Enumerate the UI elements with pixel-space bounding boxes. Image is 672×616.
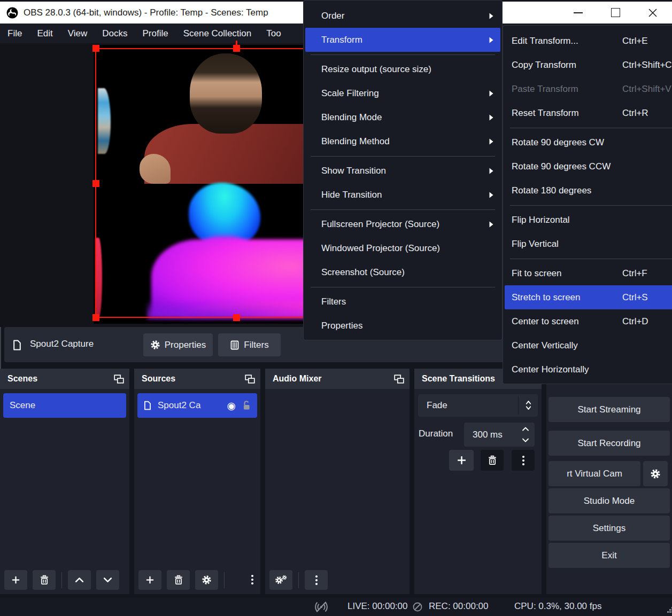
remove-scene-button[interactable] bbox=[33, 570, 56, 590]
menu-item-scale-filtering[interactable]: Scale Filtering bbox=[305, 81, 500, 105]
duration-spinner[interactable]: 300 ms bbox=[464, 423, 535, 447]
menu-separator bbox=[505, 125, 672, 130]
mixer-settings-button[interactable] bbox=[269, 570, 292, 590]
menu-file[interactable]: File bbox=[7, 28, 22, 39]
submenu-item-center-vertically[interactable]: Center Vertically bbox=[505, 333, 672, 357]
menu-item-hide-transition[interactable]: Hide Transition bbox=[305, 183, 500, 207]
menu-profile[interactable]: Profile bbox=[142, 28, 168, 39]
add-transition-button[interactable] bbox=[449, 450, 474, 471]
start-recording-button[interactable]: Start Recording bbox=[549, 431, 670, 456]
popout-icon[interactable] bbox=[114, 375, 124, 384]
menu-view[interactable]: View bbox=[68, 28, 88, 39]
submenu-item-center-to-screen[interactable]: Center to screen Ctrl+D bbox=[505, 309, 672, 333]
scene-down-button[interactable] bbox=[96, 570, 119, 590]
menu-tools[interactable]: Too bbox=[266, 28, 281, 39]
mixer-more-button[interactable] bbox=[305, 570, 328, 590]
menu-item-filters[interactable]: Filters bbox=[305, 290, 500, 314]
studio-mode-button[interactable]: Studio Mode bbox=[549, 488, 670, 513]
menu-item-show-transition[interactable]: Show Transition bbox=[305, 159, 500, 183]
transition-more-button[interactable] bbox=[512, 450, 535, 471]
unlock-icon[interactable] bbox=[242, 400, 251, 411]
submenu-item-rotate-90-cw[interactable]: Rotate 90 degrees CW bbox=[505, 130, 672, 154]
add-source-button[interactable] bbox=[138, 570, 161, 590]
add-scene-button[interactable] bbox=[4, 570, 27, 590]
filters-button[interactable]: Filters bbox=[218, 333, 281, 356]
submenu-item-label: Center Horizontally bbox=[512, 364, 589, 375]
menu-item-blending-mode[interactable]: Blending Mode bbox=[305, 105, 500, 129]
scene-up-button[interactable] bbox=[68, 570, 91, 590]
menu-edit[interactable]: Edit bbox=[37, 28, 52, 39]
submenu-item-stretch-to-screen[interactable]: Stretch to screen Ctrl+S bbox=[505, 285, 672, 309]
start-virtual-cam-button[interactable]: rt Virtual Cam bbox=[549, 461, 640, 486]
filters-button-label: Filters bbox=[244, 340, 268, 350]
selection-rotate-handle[interactable] bbox=[236, 41, 237, 45]
maximize-button[interactable] bbox=[600, 2, 631, 24]
settings-button[interactable]: Settings bbox=[549, 516, 670, 541]
popout-icon[interactable] bbox=[245, 375, 255, 384]
source-properties-button[interactable] bbox=[195, 570, 218, 590]
selection-handle[interactable] bbox=[92, 314, 99, 321]
scene-list-item[interactable]: Scene bbox=[3, 393, 126, 418]
exit-button[interactable]: Exit bbox=[549, 543, 670, 568]
shortcut-label: Ctrl+R bbox=[622, 108, 648, 119]
submenu-item-label: Stretch to screen bbox=[512, 292, 581, 303]
menu-item-resize-output[interactable]: Resize output (source size) bbox=[305, 57, 500, 81]
menu-item-order[interactable]: Order bbox=[305, 4, 500, 28]
menu-item-label: Fullscreen Projector (Source) bbox=[321, 219, 439, 230]
scenes-title: Scenes bbox=[7, 374, 114, 384]
spinner-up-icon[interactable] bbox=[522, 426, 529, 432]
remove-source-button[interactable] bbox=[167, 570, 190, 590]
close-button[interactable] bbox=[637, 2, 668, 24]
menu-separator bbox=[305, 52, 500, 57]
submenu-item-reset-transform[interactable]: Reset Transform Ctrl+R bbox=[505, 101, 672, 125]
minimize-button[interactable] bbox=[562, 2, 593, 24]
start-streaming-button[interactable]: Start Streaming bbox=[549, 397, 670, 422]
arrow-right-icon bbox=[489, 192, 493, 198]
remove-transition-button[interactable] bbox=[481, 450, 504, 471]
chevron-down-icon bbox=[103, 576, 112, 583]
menu-docks[interactable]: Docks bbox=[102, 28, 127, 39]
duration-value: 300 ms bbox=[473, 430, 503, 440]
transition-select[interactable]: Fade bbox=[418, 394, 538, 417]
selection-handle[interactable] bbox=[92, 45, 99, 52]
menu-item-properties[interactable]: Properties bbox=[305, 314, 500, 338]
menu-item-blending-method[interactable]: Blending Method bbox=[305, 129, 500, 153]
document-icon bbox=[13, 340, 21, 350]
submenu-item-copy-transform[interactable]: Copy Transform Ctrl+Shift+C bbox=[505, 53, 672, 77]
menu-item-fullscreen-projector[interactable]: Fullscreen Projector (Source) bbox=[305, 212, 500, 236]
properties-button[interactable]: Properties bbox=[143, 333, 213, 356]
scene-name: Scene bbox=[10, 400, 35, 411]
submenu-item-center-horizontally[interactable]: Center Horizontally bbox=[505, 357, 672, 381]
menu-scene-collection[interactable]: Scene Collection bbox=[183, 28, 252, 39]
status-bar: LIVE: 00:00:00 REC: 00:00:00 CPU: 0.3%, … bbox=[0, 597, 672, 616]
trash-icon bbox=[488, 455, 497, 465]
submenu-item-flip-horizontal[interactable]: Flip Horizontal bbox=[505, 208, 672, 232]
select-divider bbox=[518, 396, 519, 415]
submenu-item-fit-to-screen[interactable]: Fit to screen Ctrl+F bbox=[505, 261, 672, 285]
submenu-item-label: Rotate 90 degrees CW bbox=[512, 137, 604, 148]
selection-handle[interactable] bbox=[233, 45, 240, 52]
scene-transitions-panel: Scene Transitions Fade Duration 300 ms bbox=[414, 369, 542, 594]
eye-icon[interactable]: ◉ bbox=[227, 401, 236, 411]
plus-icon bbox=[11, 575, 20, 584]
gears-icon bbox=[275, 575, 288, 586]
properties-button-label: Properties bbox=[165, 340, 206, 350]
close-icon bbox=[648, 8, 658, 18]
submenu-item-rotate-180[interactable]: Rotate 180 degrees bbox=[505, 178, 672, 202]
submenu-item-rotate-90-ccw[interactable]: Rotate 90 degrees CCW bbox=[505, 154, 672, 178]
menu-item-transform[interactable]: Transform bbox=[305, 28, 500, 52]
resize-grip[interactable] bbox=[667, 607, 669, 609]
sources-panel: Sources Spout2 Ca ◉ bbox=[134, 369, 260, 594]
kebab-menu-icon[interactable] bbox=[251, 574, 254, 585]
popout-icon[interactable] bbox=[394, 375, 404, 384]
source-list-item[interactable]: Spout2 Ca ◉ bbox=[137, 393, 257, 418]
menu-item-label: Blending Method bbox=[321, 136, 390, 147]
spinner-down-icon[interactable] bbox=[522, 438, 529, 443]
selection-handle[interactable] bbox=[92, 180, 99, 187]
menu-item-windowed-projector[interactable]: Windowed Projector (Source) bbox=[305, 236, 500, 260]
menu-item-screenshot[interactable]: Screenshot (Source) bbox=[305, 260, 500, 284]
submenu-item-edit-transform[interactable]: Edit Transform... Ctrl+E bbox=[505, 29, 672, 53]
virtual-cam-settings-button[interactable] bbox=[643, 461, 668, 486]
submenu-item-flip-vertical[interactable]: Flip Vertical bbox=[505, 232, 672, 256]
selection-handle[interactable] bbox=[233, 314, 240, 321]
